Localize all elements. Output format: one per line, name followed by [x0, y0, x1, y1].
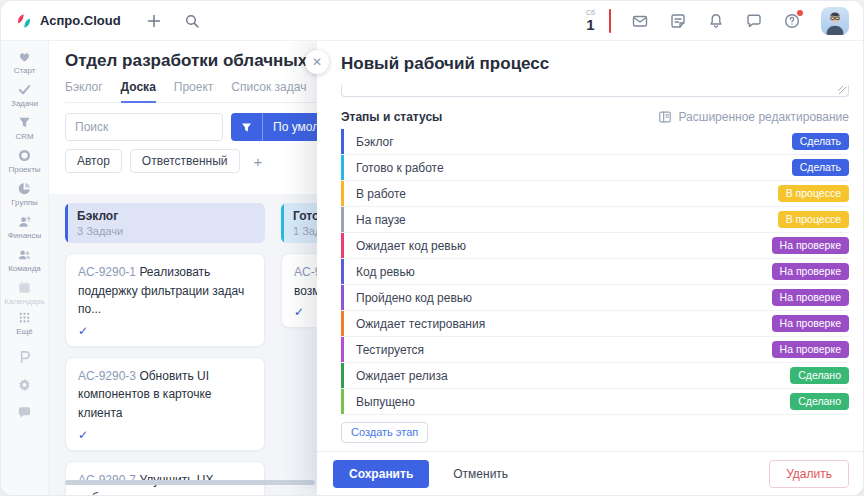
stage-row[interactable]: Выпущено Сделано: [341, 389, 849, 415]
column-accent-bar: [65, 203, 68, 243]
stage-name: Ожидает тестирования: [356, 317, 485, 331]
stage-color-bar: [341, 233, 344, 258]
sidebar-chat[interactable]: [1, 405, 48, 420]
sidebar-item-tasks[interactable]: Задачи: [1, 82, 48, 108]
status-badge[interactable]: Сделано: [790, 367, 849, 384]
status-badge[interactable]: На проверке: [772, 289, 849, 306]
calendar-weekday: Сб: [586, 9, 595, 16]
gear-icon: [17, 377, 32, 392]
stage-row[interactable]: Готово к работе Сделать: [341, 155, 849, 181]
tab-project[interactable]: Проект: [174, 80, 214, 103]
task-check-icon: ✓: [78, 428, 252, 442]
stage-row[interactable]: Ожидает код ревью На проверке: [341, 233, 849, 259]
task-check-icon: ✓: [78, 324, 252, 338]
stage-row[interactable]: Ожидает релиза Сделано: [341, 363, 849, 389]
stage-color-bar: [341, 181, 344, 206]
user-avatar[interactable]: [821, 7, 849, 35]
sidebar-item-groups[interactable]: Группы: [1, 181, 48, 207]
calendar-day: 1: [586, 17, 595, 32]
sidebar: Старт Задачи CRM Проекты Группы Финансы: [1, 41, 49, 496]
help-icon[interactable]: [783, 12, 801, 30]
status-badge[interactable]: Сделать: [792, 159, 849, 176]
stage-color-bar: [341, 389, 344, 414]
description-textarea[interactable]: [341, 85, 849, 97]
chat-icon[interactable]: [745, 12, 763, 30]
calendar-widget[interactable]: Сб 1: [586, 9, 595, 32]
ring-icon: [17, 148, 32, 163]
aspro-logo-icon: [15, 12, 33, 30]
status-badge[interactable]: На проверке: [772, 341, 849, 358]
task-card[interactable]: AC-9290-7 Улучшить UX добавления задач с…: [65, 461, 265, 496]
search-icon[interactable]: [183, 12, 201, 30]
stage-row[interactable]: Бэклог Сделать: [341, 129, 849, 155]
topbar-red-divider: [609, 9, 611, 33]
app-window: Аспро.Cloud Сб 1: [0, 0, 864, 496]
status-badge[interactable]: Сделано: [790, 393, 849, 410]
stage-row[interactable]: Ожидает тестирования На проверке: [341, 311, 849, 337]
stage-row[interactable]: Код ревью На проверке: [341, 259, 849, 285]
stage-color-bar: [341, 337, 344, 362]
sidebar-app-p[interactable]: [1, 349, 48, 364]
pie-icon: [17, 181, 32, 196]
bell-icon[interactable]: [707, 12, 725, 30]
funnel-icon: [17, 115, 32, 130]
stage-row[interactable]: В работе В процессе: [341, 181, 849, 207]
filter-funnel-icon: [231, 113, 263, 141]
stage-row[interactable]: Тестируется На проверке: [341, 337, 849, 363]
sidebar-settings[interactable]: [1, 377, 48, 392]
chip-author[interactable]: Автор: [65, 149, 122, 173]
stage-name: Пройдено код ревью: [356, 291, 472, 305]
sidebar-item-calendar[interactable]: Календарь: [1, 280, 48, 306]
help-notification-dot: [797, 10, 803, 16]
create-stage-button[interactable]: Создать этап: [341, 422, 428, 443]
stage-color-bar: [341, 285, 344, 310]
sidebar-item-start[interactable]: Старт: [1, 49, 48, 75]
search-input[interactable]: [65, 113, 223, 141]
status-badge[interactable]: На проверке: [772, 263, 849, 280]
stage-name: Ожидает релиза: [356, 369, 448, 383]
calendar-icon: [17, 280, 32, 295]
people-icon: [17, 247, 32, 262]
close-icon[interactable]: ✕: [305, 50, 329, 74]
save-button[interactable]: Сохранить: [333, 460, 429, 488]
tab-board[interactable]: Доска: [121, 80, 156, 103]
delete-button[interactable]: Удалить: [769, 460, 849, 488]
stage-color-bar: [341, 207, 344, 232]
tab-backlog[interactable]: Бэклог: [65, 80, 103, 103]
modal-body: Этапы и статусы Расширенное редактирован…: [317, 85, 863, 451]
sidebar-item-more[interactable]: Ещё: [1, 310, 48, 336]
add-filter-icon[interactable]: +: [248, 153, 269, 170]
chat-bubble-icon: [17, 405, 32, 420]
advanced-edit-link[interactable]: Расширенное редактирование: [658, 110, 849, 124]
status-badge[interactable]: В процессе: [778, 211, 849, 228]
task-card[interactable]: AC-9290-3 Обновить UI компонентов в карт…: [65, 357, 265, 451]
status-badge[interactable]: На проверке: [772, 315, 849, 332]
stage-name: На паузе: [356, 213, 406, 227]
notes-icon[interactable]: [669, 12, 687, 30]
brand-logo[interactable]: Аспро.Cloud: [15, 12, 121, 30]
sidebar-item-crm[interactable]: CRM: [1, 115, 48, 141]
mail-icon[interactable]: [631, 12, 649, 30]
board-edit-icon: [658, 110, 672, 124]
stage-name: Бэклог: [356, 135, 394, 149]
create-plus-icon[interactable]: [145, 12, 163, 30]
stage-row[interactable]: Пройдено код ревью На проверке: [341, 285, 849, 311]
status-badge[interactable]: В процессе: [778, 185, 849, 202]
stage-row[interactable]: На паузе В процессе: [341, 207, 849, 233]
stage-color-bar: [341, 129, 344, 154]
horizontal-scrollbar[interactable]: [65, 480, 315, 485]
task-card[interactable]: AC-9290-1 Реализовать поддержку фильтрац…: [65, 253, 265, 347]
sidebar-item-team[interactable]: Команда: [1, 247, 48, 273]
chip-assignee[interactable]: Ответственный: [130, 149, 240, 173]
status-badge[interactable]: На проверке: [772, 237, 849, 254]
tab-task-list[interactable]: Список задач: [231, 80, 306, 103]
column-header: Бэклог 3 Задачи: [65, 203, 265, 243]
stage-color-bar: [341, 259, 344, 284]
cancel-button[interactable]: Отменить: [453, 467, 508, 481]
sidebar-item-finance[interactable]: Финансы: [1, 214, 48, 240]
stage-name: Выпущено: [356, 395, 415, 409]
status-badge[interactable]: Сделать: [792, 133, 849, 150]
sidebar-item-projects[interactable]: Проекты: [1, 148, 48, 174]
dots-grid-icon: [17, 310, 32, 325]
stage-name: Код ревью: [356, 265, 415, 279]
